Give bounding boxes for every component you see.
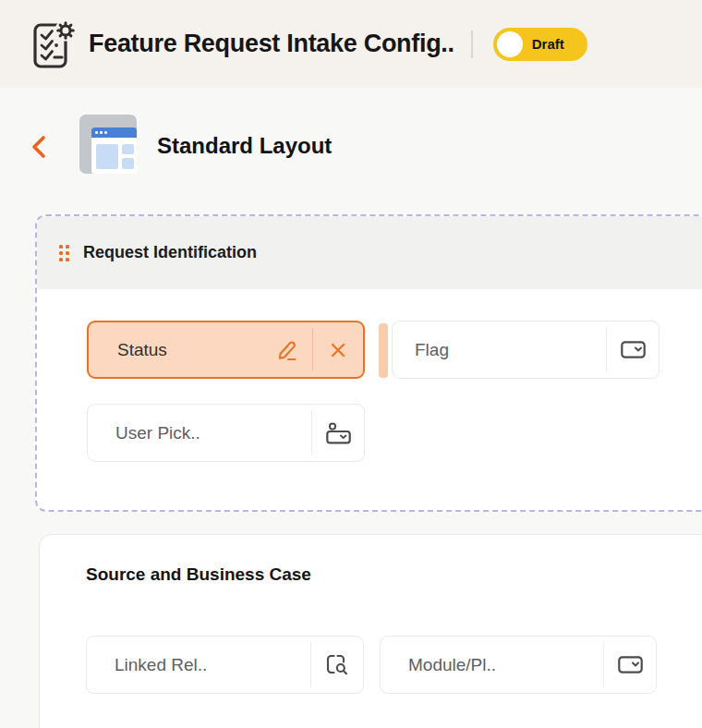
section-title: Request Identification (83, 243, 257, 262)
field-user-picklist[interactable]: User Pick.. (87, 404, 365, 462)
user-picklist-icon (312, 405, 364, 461)
drag-dots-icon[interactable] (59, 245, 69, 261)
status-badge: Draft (532, 36, 564, 52)
browser-window (91, 127, 137, 174)
lookup-icon (311, 637, 363, 693)
field-flag[interactable]: Flag (392, 321, 660, 379)
remove-icon[interactable] (313, 322, 363, 377)
field-label: Flag (393, 322, 606, 378)
layout-editor-screen: Feature Request Intake Config.. Draft St… (0, 0, 702, 728)
picklist-icon (607, 322, 659, 378)
layout-block-small-2 (122, 158, 134, 169)
layout-window-icon (79, 115, 137, 174)
browser-titlebar (91, 127, 137, 138)
checklist-gear-icon (28, 18, 76, 70)
field-label: Module/Pl.. (381, 637, 603, 693)
page-title: Feature Request Intake Config.. (89, 30, 454, 58)
section-source-business-case: Source and Business Case Linked Rel.. Mo… (39, 534, 702, 728)
section-header: Request Identification (37, 216, 702, 289)
draft-status-toggle[interactable]: Draft (493, 28, 587, 61)
edit-icon[interactable] (262, 322, 312, 377)
field-status[interactable]: Status (87, 321, 365, 379)
field-label: Status (89, 322, 262, 377)
field-module-picklist[interactable]: Module/Pl.. (380, 636, 657, 694)
layout-block-large (96, 144, 118, 169)
drop-indicator (379, 323, 388, 378)
layout-title: Standard Layout (157, 133, 332, 159)
field-linked-release[interactable]: Linked Rel.. (86, 636, 364, 694)
header-divider (471, 30, 473, 58)
toggle-knob-icon (497, 31, 523, 57)
field-label: Linked Rel.. (87, 637, 310, 693)
layout-block-small-1 (122, 144, 134, 154)
field-label: User Pick.. (88, 405, 311, 461)
app-header: Feature Request Intake Config.. Draft (0, 0, 702, 88)
section-title: Source and Business Case (86, 564, 311, 585)
picklist-icon (604, 637, 656, 693)
section-request-identification: Request Identification Status (35, 214, 702, 512)
back-button[interactable] (30, 135, 48, 159)
